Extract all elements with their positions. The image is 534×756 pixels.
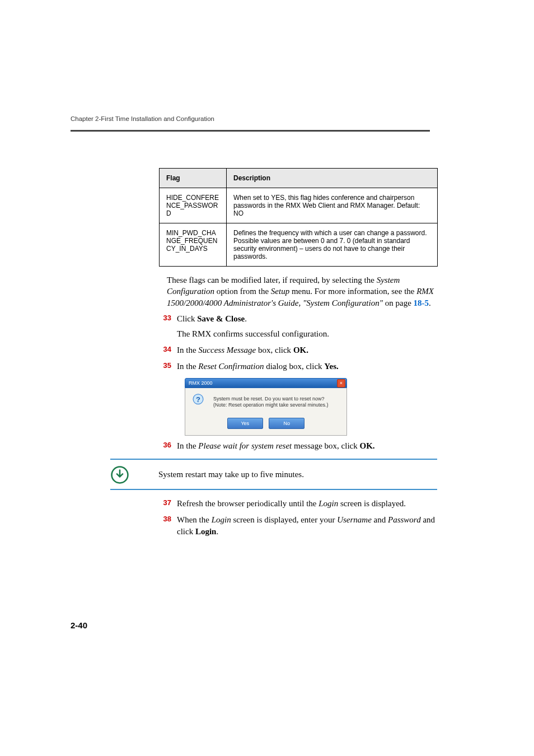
page-number: 2-40 bbox=[71, 620, 87, 630]
step-35: 35 In the Reset Confirmation dialog box,… bbox=[159, 361, 438, 436]
svg-text:?: ? bbox=[196, 395, 200, 403]
note-callout: System restart may take up to five minut… bbox=[110, 459, 437, 490]
step-number: 34 bbox=[148, 344, 171, 354]
step-number: 36 bbox=[148, 440, 171, 450]
no-button[interactable]: No bbox=[269, 418, 305, 429]
reset-dialog-screenshot: RMX 2000 × ? System must be reset. Do yo… bbox=[185, 378, 347, 436]
table-header-flag: Flag bbox=[160, 169, 227, 188]
question-icon: ? bbox=[191, 394, 205, 408]
dialog-message-line1: System must be reset. Do you want to res… bbox=[213, 396, 341, 403]
header-rule bbox=[71, 130, 430, 132]
paragraph-flags-note: These flags can be modified later, if re… bbox=[167, 274, 438, 309]
step-number: 35 bbox=[148, 361, 171, 371]
dialog-title: RMX 2000 bbox=[189, 380, 213, 386]
note-icon bbox=[110, 465, 129, 484]
step-34: 34 In the Success Message box, click OK. bbox=[159, 344, 438, 356]
step-number: 38 bbox=[148, 514, 171, 524]
running-header: Chapter 2-First Time Installation and Co… bbox=[71, 115, 430, 122]
dialog-titlebar: RMX 2000 × bbox=[185, 378, 347, 388]
flags-table: Flag Description HIDE_CONFERENCE_PASSWOR… bbox=[159, 168, 438, 267]
yes-button[interactable]: Yes bbox=[227, 418, 263, 429]
table-row: HIDE_CONFERENCE_PASSWORD When set to YES… bbox=[160, 188, 438, 223]
step-37: 37 Refresh the browser periodically unti… bbox=[159, 498, 438, 510]
step-number: 33 bbox=[148, 313, 171, 323]
table-row: MIN_PWD_CHANGE_FREQUENCY_IN_DAYS Defines… bbox=[160, 223, 438, 267]
note-text: System restart may take up to five minut… bbox=[158, 470, 304, 479]
step-number: 37 bbox=[148, 498, 171, 508]
table-header-description: Description bbox=[227, 169, 438, 188]
table-cell-flag: HIDE_CONFERENCE_PASSWORD bbox=[160, 188, 227, 223]
page-link-18-5[interactable]: 18-5 bbox=[414, 298, 429, 307]
table-cell-desc: When set to YES, this flag hides confere… bbox=[227, 188, 438, 223]
step-33-sub: The RMX confirms successful configuratio… bbox=[177, 328, 438, 340]
table-cell-desc: Defines the frequency with which a user … bbox=[227, 223, 438, 267]
dialog-message-line2: (Note: Reset operation might take severa… bbox=[213, 402, 341, 409]
step-36: 36 In the Please wait for system reset m… bbox=[159, 440, 438, 452]
table-cell-flag: MIN_PWD_CHANGE_FREQUENCY_IN_DAYS bbox=[160, 223, 227, 267]
step-38: 38 When the Login screen is displayed, e… bbox=[159, 514, 438, 538]
close-icon[interactable]: × bbox=[337, 379, 345, 388]
step-33: 33 Click Save & Close. The RMX confirms … bbox=[159, 313, 438, 340]
